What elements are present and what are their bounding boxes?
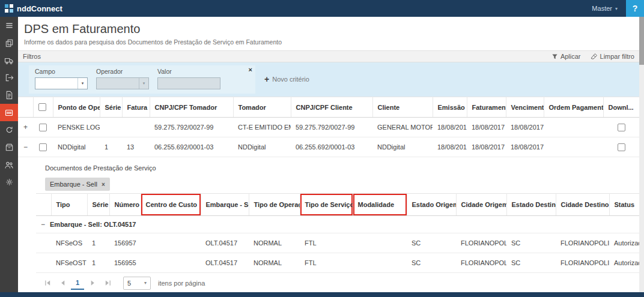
column-header-emissao[interactable]: Emissão — [433, 97, 467, 118]
group-row[interactable]: −Embarque - Sell: OLT.04517 — [36, 216, 639, 233]
cell-vencimento: 18/08/2017 — [506, 137, 544, 157]
column-header-tipo-servico[interactable]: Tipo de Serviço — [300, 194, 353, 216]
column-header-cnpj-tomador[interactable]: CNPJ/CPF Tomador — [150, 97, 233, 118]
sidebar-item-document[interactable] — [0, 86, 18, 104]
sidebar-item-sync[interactable] — [0, 121, 18, 139]
column-header-estado-origem[interactable]: Estado Origem — [407, 194, 456, 216]
sidebar-item-settings[interactable] — [0, 173, 18, 191]
cell-download — [603, 137, 639, 157]
filters-title: Filtros — [23, 53, 41, 60]
column-header-fatura[interactable]: Fatura — [122, 97, 150, 118]
collapse-row-button[interactable]: − — [23, 143, 28, 151]
vertical-scrollbar[interactable] — [639, 17, 644, 292]
scrollbar-thumb[interactable] — [639, 17, 644, 65]
sidebar-item-truck[interactable] — [0, 52, 18, 69]
column-header-ordem-pagamento[interactable]: Ordem Pagamento — [544, 97, 603, 118]
sidebar-item-documents[interactable] — [0, 34, 18, 52]
table-row[interactable]: + PENSKE LOGIS... 59.275.792/0027-99 CT-… — [18, 118, 639, 137]
select-all-header — [33, 97, 53, 118]
column-header-ponto[interactable]: Ponto de Ope... — [53, 97, 100, 118]
sidebar-item-export[interactable] — [0, 69, 18, 86]
document-icon — [5, 91, 14, 100]
sidebar-item-menu[interactable] — [0, 17, 18, 34]
column-header-download[interactable]: Downl... — [603, 97, 639, 118]
plus-icon: + — [264, 75, 269, 83]
cell-embarque-sell: OLT.04517 — [201, 253, 249, 273]
cell-estado-destino: SC — [506, 233, 556, 253]
detail-row[interactable]: NFSeOST 1 156955 OLT.04517 NORMAL FTL SC… — [36, 253, 639, 273]
help-button[interactable]: ? — [626, 0, 644, 17]
remove-criterion-button[interactable]: × — [249, 66, 252, 73]
detail-row[interactable]: NFSeOS 1 156957 OLT.04517 NORMAL FTL SC … — [36, 233, 639, 253]
prev-page-button[interactable] — [56, 277, 69, 290]
select-all-checkbox[interactable] — [38, 103, 46, 111]
first-page-button[interactable] — [41, 277, 54, 290]
detail-panel: Documentos de Prestação de Serviço Embar… — [36, 157, 639, 292]
pager: 1 5 ▾ itens por página — [36, 273, 639, 292]
column-header-modalidade[interactable]: Modalidade — [353, 194, 407, 216]
detail-title: Documentos de Prestação de Serviço — [36, 157, 639, 175]
chevron-down-icon: ▾ — [77, 78, 87, 89]
column-header-embarque-sell[interactable]: Embarque - Sell — [201, 194, 249, 216]
expand-row-button[interactable]: + — [23, 123, 28, 131]
truck-icon — [4, 56, 14, 65]
download-checkbox[interactable] — [618, 143, 625, 151]
row-checkbox[interactable] — [39, 143, 47, 151]
operador-label: Operador — [96, 68, 149, 75]
user-menu[interactable]: Master ▾ — [583, 0, 626, 17]
column-header-centro-de-custo[interactable]: Centro de Custo — [141, 194, 201, 216]
users-icon — [4, 160, 14, 170]
column-header-tomador[interactable]: Tomador — [233, 97, 291, 118]
filter-panel: × Campo ▾ Operador ▾ Valor + — [18, 62, 639, 97]
campo-select[interactable]: ▾ — [35, 77, 88, 89]
cell-faturamento: 18/08/2017 — [467, 118, 506, 137]
cell-tomador: NDDigital — [233, 137, 291, 157]
cell-expand: − — [18, 137, 33, 157]
table-row[interactable]: − NDDigital 1 13 06.255.692/0001-03 NDDi… — [18, 137, 639, 157]
cell-expand — [36, 233, 51, 253]
collapse-group-button[interactable]: − — [41, 220, 45, 229]
column-header-status[interactable]: Status — [609, 194, 639, 216]
group-chip[interactable]: Embarque - Sell × — [45, 178, 110, 191]
clear-filter-button[interactable]: Limpar filtro — [591, 53, 634, 60]
cell-tomador: CT-E EMITIDO EM A... — [233, 118, 291, 137]
brand[interactable]: nddConnect — [0, 0, 62, 17]
column-header-estado-destino[interactable]: Estado Destino — [506, 194, 556, 216]
documents-icon — [5, 38, 14, 47]
download-checkbox[interactable] — [618, 124, 625, 131]
column-header-numero[interactable]: Número — [109, 194, 141, 216]
column-header-cidade-origem[interactable]: Cidade Origem — [456, 194, 506, 216]
cell-ponto: NDDigital — [53, 137, 100, 157]
column-header-serie[interactable]: Série — [87, 194, 109, 216]
sidebar-item-archive[interactable] — [0, 139, 18, 156]
current-page[interactable]: 1 — [71, 277, 84, 290]
next-page-button[interactable] — [86, 277, 99, 290]
cell-estado-origem: SC — [407, 253, 456, 273]
last-page-button[interactable] — [101, 277, 114, 290]
sidebar-item-dps-billing[interactable] — [0, 104, 18, 121]
row-checkbox[interactable] — [39, 124, 47, 131]
sidebar-item-users[interactable] — [0, 156, 18, 173]
cell-select — [33, 118, 53, 137]
export-icon — [5, 73, 14, 82]
main-content: DPS em Faturamento Informe os dados para… — [18, 17, 639, 292]
chip-close-icon[interactable]: × — [102, 181, 105, 188]
add-criterion-button[interactable]: + Novo critério — [264, 75, 309, 83]
column-header-cnpj-cliente[interactable]: CNPJ/CPF Cliente — [291, 97, 372, 118]
expand-column-header — [36, 194, 51, 216]
cell-embarque-sell: OLT.04517 — [201, 233, 249, 253]
page-size-select[interactable]: 5 ▾ — [123, 277, 151, 290]
next-page-icon — [90, 280, 96, 286]
apply-filter-button[interactable]: Aplicar — [551, 53, 581, 60]
column-header-tipo-operacao[interactable]: Tipo de Operação — [249, 194, 300, 216]
cell-status: Autorizada — [609, 233, 639, 253]
column-header-cliente[interactable]: Cliente — [372, 97, 433, 118]
cell-tipo-operacao: NORMAL — [249, 253, 300, 273]
eraser-icon — [591, 53, 598, 60]
column-header-serie[interactable]: Série — [100, 97, 122, 118]
column-header-vencimento[interactable]: Vencimento — [506, 97, 544, 118]
column-header-tipo[interactable]: Tipo — [51, 194, 87, 216]
column-header-faturamento[interactable]: Faturamento — [467, 97, 506, 118]
cell-cnpj-cliente: 59.275.792/0027-99 — [291, 118, 372, 137]
column-header-cidade-destino[interactable]: Cidade Destino — [556, 194, 609, 216]
